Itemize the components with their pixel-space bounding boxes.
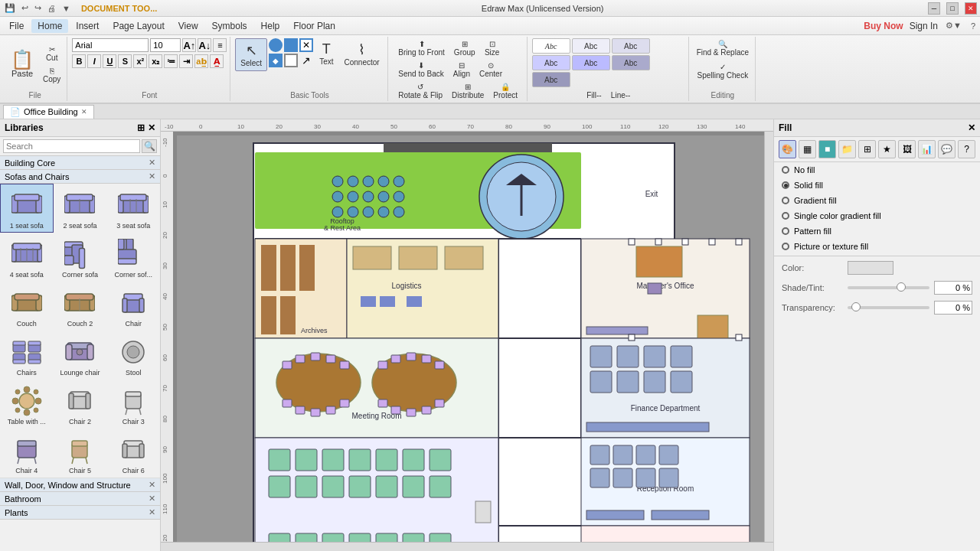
x-shape[interactable]: ✕ — [299, 38, 313, 52]
fill-shade-slider[interactable] — [848, 286, 929, 289]
fill-gradient-icon-btn[interactable]: ▦ — [799, 140, 816, 158]
libraries-expand-icon[interactable]: ⊞ — [137, 122, 145, 133]
menu-symbols[interactable]: Symbols — [206, 19, 253, 33]
bathroom-close[interactable]: ✕ — [149, 494, 155, 504]
fill-option-texture[interactable]: Picture or texture fill — [774, 239, 980, 254]
help-icon[interactable]: ? — [969, 21, 977, 31]
lib-item-4-seat-sofa[interactable]: 4 seat sofa — [0, 233, 54, 282]
menu-page-layout[interactable]: Page Layout — [106, 19, 170, 33]
lib-item-chair2[interactable]: Chair 2 — [54, 380, 107, 429]
lib-item-chair[interactable]: Chair — [106, 282, 160, 331]
quick-access-more[interactable]: ▼ — [60, 4, 72, 13]
line-style-button[interactable]: Line-- — [608, 90, 634, 101]
arrow-shape[interactable]: ↗ — [299, 54, 313, 67]
list-button[interactable]: ≔ — [164, 54, 178, 68]
lib-item-chair6[interactable]: Chair 6 — [106, 429, 160, 478]
plants-header[interactable]: Plants ✕ — [0, 506, 160, 520]
font-decrease-button[interactable]: A↓ — [198, 38, 211, 52]
wall-door-close[interactable]: ✕ — [149, 480, 155, 490]
lib-item-3-seat-sofa[interactable]: 3 seat sofa — [106, 184, 160, 233]
fill-transparency-thumb[interactable] — [851, 302, 861, 311]
settings-icon[interactable]: ⚙▼ — [944, 21, 963, 31]
find-replace-button[interactable]: 🔍 Find & Replace — [694, 38, 752, 58]
close-button[interactable]: ✕ — [965, 2, 977, 15]
menu-file[interactable]: File — [3, 19, 30, 33]
style-swatch-4[interactable]: Abc — [532, 55, 570, 70]
bring-to-front-button[interactable]: ⬆ Bring to Front — [395, 38, 448, 58]
style-swatch-7[interactable]: Abc — [532, 72, 570, 87]
search-button[interactable]: 🔍 — [142, 139, 157, 153]
wall-door-header[interactable]: Wall, Door, Window and Structure ✕ — [0, 478, 160, 492]
fill-table-icon-btn[interactable]: ⊞ — [858, 140, 876, 158]
cut-button[interactable]: ✂ Cut — [40, 44, 64, 64]
font-align-button[interactable]: ≡ — [213, 38, 227, 52]
copy-button[interactable]: ⎘ Copy — [40, 65, 64, 85]
quick-access-save[interactable]: 💾 — [3, 3, 17, 13]
style-swatch-2[interactable]: Abc — [572, 38, 610, 54]
font-size-selector[interactable]: 10 — [150, 38, 181, 52]
lib-item-chair5[interactable]: Chair 5 — [54, 429, 107, 478]
rotate-flip-button[interactable]: ↺ Rotate & Flip — [395, 81, 446, 101]
lib-item-2-seat-sofa[interactable]: 2 seat sofa — [54, 184, 107, 233]
menu-view[interactable]: View — [172, 19, 204, 33]
fill-teal-icon-btn[interactable]: ■ — [818, 140, 836, 158]
fill-star-icon-btn[interactable]: ★ — [878, 140, 896, 158]
font-increase-button[interactable]: A↑ — [182, 38, 196, 52]
highlight-button[interactable]: ab̲ — [194, 54, 208, 68]
fill-shade-value[interactable]: 0 % — [934, 281, 972, 295]
subscript-button[interactable]: x₂ — [149, 54, 162, 68]
size-button[interactable]: ⊡ Size — [482, 38, 503, 58]
spelling-check-button[interactable]: ✓ Spelling Check — [694, 61, 751, 81]
quick-access-redo[interactable]: ↪ — [33, 3, 43, 13]
lib-item-lounge-chair[interactable]: Lounge chair — [54, 331, 107, 380]
paste-button[interactable]: 📋 Paste — [6, 47, 38, 81]
fill-transparency-value[interactable]: 0 % — [934, 301, 972, 315]
send-to-back-button[interactable]: ⬇ Send to Back — [395, 60, 446, 80]
horizontal-scrollbar[interactable] — [161, 542, 773, 551]
italic-button[interactable]: I — [87, 54, 101, 68]
building-core-close[interactable]: ✕ — [149, 158, 155, 168]
fill-chart-icon-btn[interactable]: 📊 — [918, 140, 936, 158]
rect-shape[interactable] — [284, 54, 298, 67]
minimize-button[interactable]: ─ — [928, 2, 940, 15]
connector-button[interactable]: ⌇ Connector — [340, 38, 384, 70]
fill-option-solid[interactable]: Solid fill — [774, 178, 980, 193]
square-shape[interactable] — [284, 38, 298, 52]
select-button[interactable]: ↖ Select — [235, 38, 267, 71]
underline-button[interactable]: U — [103, 54, 116, 68]
fill-image-icon-btn[interactable]: 🖼 — [898, 140, 916, 158]
quick-access-print[interactable]: 🖨 — [46, 4, 57, 13]
lib-item-stool[interactable]: Stool — [106, 331, 160, 380]
office-building-tab[interactable]: 📄 Office Building ✕ — [3, 105, 94, 119]
sofas-chairs-close[interactable]: ✕ — [149, 171, 155, 181]
circle-shape[interactable] — [269, 38, 283, 52]
style-swatch-3[interactable]: Abc — [612, 38, 650, 54]
bold-button[interactable]: B — [72, 54, 86, 68]
vertical-scrollbar[interactable] — [764, 132, 773, 542]
menu-home[interactable]: Home — [31, 19, 68, 33]
fill-option-pattern[interactable]: Pattern fill — [774, 223, 980, 239]
group-button[interactable]: ⊞ Group — [451, 38, 479, 58]
tab-close-icon[interactable]: ✕ — [81, 108, 87, 116]
quick-access-undo[interactable]: ↩ — [20, 3, 30, 13]
menu-floor-plan[interactable]: Floor Plan — [287, 19, 341, 33]
lib-item-chairs[interactable]: Chairs — [0, 331, 54, 380]
font-name-selector[interactable]: Arial — [72, 38, 149, 52]
superscript-button[interactable]: x² — [133, 54, 147, 68]
lib-item-chair3[interactable]: Chair 3 — [106, 380, 160, 429]
fill-shade-thumb[interactable] — [897, 282, 906, 292]
lib-item-corner-sofa[interactable]: Corner sofa — [54, 233, 107, 282]
building-core-header[interactable]: Building Core ✕ — [0, 156, 160, 170]
fill-comment-icon-btn[interactable]: 💬 — [938, 140, 956, 158]
style-swatch-1[interactable]: Abc — [532, 38, 570, 54]
style-swatch-5[interactable]: Abc — [572, 55, 610, 70]
lib-item-table-with[interactable]: Table with ... — [0, 380, 54, 429]
bathroom-header[interactable]: Bathroom ✕ — [0, 492, 160, 506]
fill-option-no-fill[interactable]: No fill — [774, 162, 980, 178]
fill-transparency-slider[interactable] — [848, 306, 929, 309]
lib-item-couch[interactable]: Couch — [0, 282, 54, 331]
fill-help-icon-btn[interactable]: ? — [958, 140, 975, 158]
strikethrough-button[interactable]: S — [118, 54, 132, 68]
canvas-viewport[interactable]: Rooftop & Rest Area Exit — [173, 132, 764, 542]
font-color-button[interactable]: A̲ — [210, 54, 224, 68]
